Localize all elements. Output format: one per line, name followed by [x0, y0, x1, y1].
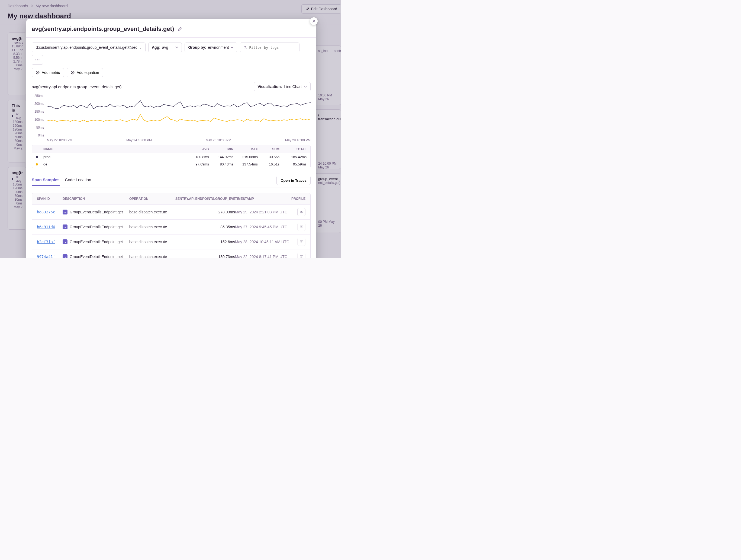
col-min: MIN — [209, 147, 233, 151]
span-metric: 85.35ms — [175, 225, 235, 229]
metric-detail-modal: avg(sentry.api.endpoints.group_event_det… — [26, 19, 316, 258]
add-equation-label: Add equation — [77, 70, 99, 75]
span-timestamp: May 22, 2024 8:17:41 PM UTC — [235, 254, 289, 258]
profile-icon — [299, 210, 303, 214]
col-max: MAX — [233, 147, 258, 151]
col-timestamp: TIMESTAMP — [235, 197, 289, 201]
agg-dropdown[interactable]: Agg: avg — [148, 43, 182, 52]
svg-point-3 — [39, 59, 39, 60]
profile-button — [297, 223, 306, 231]
tab-code-location[interactable]: Code Location — [65, 177, 91, 186]
metric-input[interactable]: d:custom/sentry.api.endpoints.group_even… — [32, 43, 145, 52]
svg-point-2 — [37, 59, 38, 60]
col-total: TOTAL — [279, 147, 307, 151]
col-span-id: SPAN ID — [37, 197, 63, 201]
add-metric-label: Add metric — [42, 70, 60, 75]
span-metric: 130.73ms — [175, 254, 235, 258]
span-description: GroupEventDetailsEndpoint.get — [70, 225, 123, 229]
close-icon — [312, 19, 316, 23]
pencil-icon[interactable] — [177, 26, 182, 31]
groupby-dropdown[interactable]: Group by: environment — [185, 43, 237, 52]
span-metric: 278.93ms — [175, 210, 235, 214]
project-icon — [63, 239, 67, 244]
profile-icon — [299, 240, 303, 244]
span-timestamp: May 29, 2024 2:21:03 PM UTC — [235, 210, 289, 214]
span-operation: base.dispatch.execute — [129, 210, 175, 214]
visualization-dropdown[interactable]: Visualization: Line Chart — [254, 82, 311, 91]
add-metric-button[interactable]: Add metric — [32, 68, 64, 77]
series-row[interactable]: de97.69ms80.43ms137.54ms16.51s95.59ms — [32, 161, 310, 168]
project-icon — [63, 254, 67, 258]
col-operation: OPERATION — [129, 197, 175, 201]
profile-icon — [299, 255, 303, 258]
col-metric: SENTRY.API.ENDPOINTS.GROUP_EVE… — [175, 197, 235, 201]
series-summary-table: NAME AVG MIN MAX SUM TOTAL prod180.8ms14… — [32, 145, 311, 168]
profile-button — [297, 238, 306, 246]
span-id-link[interactable]: b2ef3faf — [37, 240, 55, 244]
search-icon — [244, 46, 247, 49]
project-icon — [63, 210, 67, 215]
tabs: Span Samples Code Location — [32, 177, 91, 186]
profile-button — [297, 253, 306, 258]
filter-by-tags-input[interactable] — [240, 43, 299, 52]
col-profile: PROFILE — [289, 197, 306, 201]
profile-button[interactable] — [297, 208, 306, 216]
add-equation-button[interactable]: Add equation — [67, 68, 103, 77]
span-row: b6a911d6 GroupEventDetailsEndpoint.get b… — [32, 219, 310, 234]
close-button[interactable] — [310, 17, 318, 25]
open-in-traces-button[interactable]: Open in Traces — [276, 176, 311, 185]
span-id-link[interactable]: b6a911d6 — [37, 225, 55, 229]
span-row: 9974a41f GroupEventDetailsEndpoint.get b… — [32, 249, 310, 258]
span-id-link[interactable]: be83275c — [37, 210, 55, 214]
profile-icon — [299, 225, 303, 229]
chevron-down-icon — [175, 46, 178, 49]
project-icon — [63, 225, 67, 229]
span-samples-table: SPAN ID DESCRIPTION OPERATION SENTRY.API… — [32, 193, 311, 258]
col-avg: AVG — [185, 147, 209, 151]
series-row[interactable]: prod180.8ms144.92ms215.68ms30.56s185.42m… — [32, 153, 310, 161]
plus-circle-icon — [36, 71, 40, 74]
col-sum: SUM — [258, 147, 279, 151]
span-id-link[interactable]: 9974a41f — [37, 254, 55, 258]
svg-point-0 — [244, 46, 246, 48]
modal-title: avg(sentry.api.endpoints.group_event_det… — [32, 25, 174, 32]
span-operation: base.dispatch.execute — [129, 240, 175, 244]
chevron-down-icon — [304, 85, 307, 88]
line-chart: 250ms200ms150ms100ms50ms0ms May 22 10:00… — [32, 94, 311, 143]
tab-span-samples[interactable]: Span Samples — [32, 177, 60, 186]
span-metric: 152.6ms — [175, 240, 235, 244]
span-timestamp: May 28, 2024 10:45:11 AM UTC — [235, 240, 289, 244]
chart-title: avg(sentry.api.endpoints.group_event_det… — [32, 84, 122, 89]
col-description: DESCRIPTION — [63, 197, 129, 201]
more-options-button[interactable] — [32, 55, 43, 65]
span-operation: base.dispatch.execute — [129, 225, 175, 229]
span-operation: base.dispatch.execute — [129, 254, 175, 258]
span-timestamp: May 27, 2024 9:45:45 PM UTC — [235, 225, 289, 229]
ellipsis-icon — [35, 59, 40, 60]
chevron-down-icon — [230, 46, 233, 49]
span-row: be83275c GroupEventDetailsEndpoint.get b… — [32, 205, 310, 219]
col-name: NAME — [43, 147, 185, 151]
span-row: b2ef3faf GroupEventDetailsEndpoint.get b… — [32, 234, 310, 249]
span-description: GroupEventDetailsEndpoint.get — [70, 210, 123, 214]
span-description: GroupEventDetailsEndpoint.get — [70, 240, 123, 244]
span-description: GroupEventDetailsEndpoint.get — [70, 254, 123, 258]
svg-point-1 — [35, 59, 36, 60]
plus-circle-icon — [71, 71, 74, 74]
